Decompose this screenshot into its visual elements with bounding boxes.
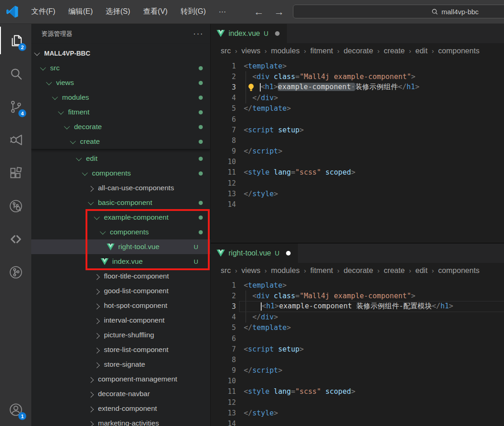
tree-row-fitment[interactable]: fitment: [31, 105, 210, 119]
tree-row-modules[interactable]: modules: [31, 90, 210, 105]
code-line-8[interactable]: 8: [211, 135, 504, 146]
git-graph-icon[interactable]: [0, 256, 31, 289]
explorer-badge: 2: [18, 43, 26, 51]
code-line-6[interactable]: 6: [211, 333, 504, 344]
menu-item-5[interactable]: 转到(G): [174, 4, 212, 19]
menu-item-2[interactable]: 编辑(E): [62, 4, 99, 19]
breadcrumb-fitment[interactable]: fitment: [310, 266, 333, 275]
lightbulb-icon[interactable]: [246, 83, 256, 91]
breadcrumb-separator: ›: [235, 47, 237, 55]
activity-bar: 24 1: [0, 24, 31, 426]
tree-row-edit[interactable]: edit: [31, 151, 210, 166]
code-line-10[interactable]: 10: [211, 376, 504, 386]
back-arrow-button[interactable]: ←: [254, 7, 264, 17]
tree-row-picture-shuffling[interactable]: picture-shuffling: [31, 328, 210, 342]
code-tags-icon[interactable]: [0, 222, 31, 256]
code-line-9[interactable]: 9</script>: [211, 146, 504, 157]
breadcrumb-decorate[interactable]: decorate: [344, 46, 373, 55]
tree-row-components[interactable]: components: [31, 166, 210, 181]
tree-row-basic-component[interactable]: basic-component: [31, 195, 210, 210]
tree-row-views[interactable]: views: [31, 75, 210, 90]
chevron-right-icon: [94, 362, 100, 368]
code-line-14[interactable]: 14: [211, 199, 504, 210]
breadcrumb-edit[interactable]: edit: [415, 46, 428, 55]
code-line-5[interactable]: 5</template>: [211, 103, 504, 114]
breadcrumb-components[interactable]: components: [438, 46, 480, 55]
search-icon[interactable]: [0, 57, 31, 90]
menu-item-4[interactable]: 查看(V): [137, 4, 174, 19]
tab-index-vue[interactable]: index.vue U: [211, 24, 287, 43]
breadcrumb-src[interactable]: src: [221, 266, 231, 275]
breadcrumb-create[interactable]: create: [384, 266, 405, 275]
breadcrumb-modules[interactable]: modules: [271, 46, 299, 55]
menu-item-3[interactable]: 选择(S): [99, 4, 137, 19]
code-line-1[interactable]: 1<template>: [211, 280, 504, 290]
breadcrumb-views[interactable]: views: [241, 46, 260, 55]
menu-item-6[interactable]: ···: [212, 5, 233, 19]
line-number: 6: [211, 335, 236, 343]
code-line-9[interactable]: 9</script>: [211, 365, 504, 376]
tab-right-tool-vue[interactable]: right-tool.vue U: [211, 244, 298, 263]
source-control-icon[interactable]: 4: [0, 90, 31, 123]
tree-row-all-can-use-components[interactable]: all-can-use-components: [31, 181, 210, 195]
tree-row-marketing-activities[interactable]: marketing-activities: [31, 416, 210, 426]
menu-item-1[interactable]: 文件(F): [25, 4, 62, 19]
tree-row-component-management[interactable]: component-management: [31, 372, 210, 386]
code-line-2[interactable]: 2 <div class="Mall4j example-component">: [211, 71, 504, 82]
code-line-13[interactable]: 13</style>: [211, 408, 504, 418]
code-line-3[interactable]: 3 <h1>example-component 装修示例组件-配置模块</h1>: [211, 301, 504, 312]
tree-row-floor-title-component[interactable]: floor-title-component: [31, 269, 210, 284]
chevron-right-icon: [94, 347, 100, 353]
breadcrumb-views[interactable]: views: [241, 266, 260, 275]
forward-arrow-button[interactable]: →: [274, 7, 284, 17]
code-line-3[interactable]: 3<h1>example-component·装修示例组件</h1>: [211, 82, 504, 92]
extensions-icon[interactable]: [0, 156, 31, 189]
code-line-5[interactable]: 5</template>: [211, 323, 504, 333]
code-line-6[interactable]: 6: [211, 114, 504, 125]
breadcrumb-fitment[interactable]: fitment: [310, 46, 333, 55]
code-line-12[interactable]: 12: [211, 178, 504, 188]
tree-row-decorate[interactable]: decorate: [31, 119, 210, 134]
breadcrumb-components[interactable]: components: [438, 266, 480, 275]
code-line-13[interactable]: 13</style>: [211, 188, 504, 199]
tree-row-interval-component[interactable]: interval-component: [31, 313, 210, 328]
unsaved-changes-dot[interactable]: [275, 31, 280, 36]
tree-row-src[interactable]: src: [31, 61, 210, 75]
explorer-icon[interactable]: 2: [0, 24, 31, 57]
code-line-7[interactable]: 7<script setup>: [211, 344, 504, 354]
code-line-4[interactable]: 4 </div>: [211, 312, 504, 323]
command-center-search[interactable]: mall4vp-bbc: [293, 5, 504, 18]
code-line-14[interactable]: 14: [211, 418, 504, 426]
breadcrumb-decorate[interactable]: decorate: [344, 266, 373, 275]
code-line-10[interactable]: 10: [211, 157, 504, 167]
unsaved-changes-dot[interactable]: [286, 251, 291, 256]
code-line-4[interactable]: 4 </div>: [211, 93, 504, 103]
breadcrumb-edit[interactable]: edit: [415, 266, 428, 275]
explorer-actions-button[interactable]: ···: [193, 29, 204, 39]
code-line-8[interactable]: 8: [211, 354, 504, 365]
chevron-right-icon: [88, 392, 94, 398]
breadcrumb-src[interactable]: src: [221, 46, 231, 55]
code-line-2[interactable]: 2 <div class="Mall4j example-component">: [211, 290, 504, 301]
code-line-12[interactable]: 12: [211, 397, 504, 408]
tree-row-extend-component[interactable]: extend-component: [31, 401, 210, 416]
breadcrumb-create[interactable]: create: [384, 46, 405, 55]
breadcrumb-modules[interactable]: modules: [271, 266, 299, 275]
run-debug-icon[interactable]: [0, 123, 31, 156]
tree-row-decorate-navbar[interactable]: decorate-navbar: [31, 386, 210, 401]
code-line-7[interactable]: 7<script setup>: [211, 125, 504, 135]
tree-row-good-list-component[interactable]: good-list-component: [31, 284, 210, 298]
accounts-icon[interactable]: 1: [0, 393, 31, 426]
code-line-1[interactable]: 1<template>: [211, 61, 504, 71]
code-line-11[interactable]: 11<style lang="scss" scoped>: [211, 386, 504, 397]
chevron-down-icon: [40, 64, 46, 70]
gitlens-icon[interactable]: [0, 189, 31, 222]
code-line-11[interactable]: 11<style lang="scss" scoped>: [211, 167, 504, 178]
accounts-badge: 1: [18, 412, 26, 420]
tree-row-store-signate[interactable]: store-signate: [31, 357, 210, 372]
title-bar: 文件(F)编辑(E)选择(S)查看(V)转到(G)··· ← → mall4vp…: [0, 0, 504, 24]
tree-row-MALL4VP-BBC[interactable]: MALL4VP-BBC: [31, 46, 210, 61]
tree-row-store-list-component[interactable]: store-list-component: [31, 342, 210, 357]
tree-row-hot-spot-component[interactable]: hot-spot-component: [31, 298, 210, 313]
tree-row-create[interactable]: create: [31, 134, 210, 149]
